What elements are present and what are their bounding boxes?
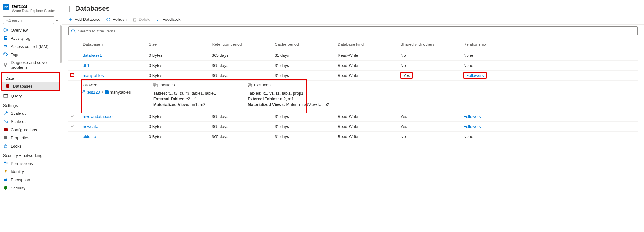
- svg-point-20: [5, 170, 7, 172]
- svg-line-3: [8, 21, 9, 22]
- sidebar-item-locks[interactable]: Locks: [0, 142, 62, 150]
- cluster-logo-icon: DB: [3, 4, 9, 10]
- row-expand-toggle[interactable]: [70, 73, 74, 77]
- col-size[interactable]: Size: [147, 41, 210, 48]
- log-icon: [3, 36, 8, 41]
- cell-cache: 31 days: [273, 133, 336, 140]
- includes-heading: Includes: [153, 83, 244, 90]
- database-name-link[interactable]: myowndatabase: [83, 114, 113, 119]
- col-kind[interactable]: Database kind: [336, 41, 399, 48]
- database-name-link[interactable]: manytables: [83, 73, 104, 78]
- cell-cache: 31 days: [273, 62, 336, 69]
- sidebar-item-configurations[interactable]: Configurations: [0, 125, 62, 134]
- sidebar-search-input[interactable]: [9, 18, 52, 23]
- database-name-link[interactable]: database1: [83, 53, 102, 58]
- sidebar-item-security[interactable]: Security: [0, 184, 62, 192]
- row-checkbox[interactable]: [76, 114, 80, 118]
- cell-kind: Read-Write: [336, 62, 399, 69]
- cell-shared: No: [400, 134, 406, 139]
- cell-shared: Yes: [400, 72, 413, 79]
- sidebar-item-label: Security: [11, 186, 25, 190]
- sidebar-item-label: Scale out: [11, 119, 28, 124]
- cell-kind: Read-Write: [336, 52, 399, 59]
- db-icon: [5, 84, 10, 89]
- filter-search-input[interactable]: [78, 29, 635, 33]
- sidebar-item-label: Identity: [11, 169, 24, 174]
- table-row: myowndatabase 0 Bytes 365 days 31 days R…: [68, 112, 638, 122]
- excludes-heading: Excludes: [248, 83, 342, 90]
- row-checkbox[interactable]: [76, 124, 80, 128]
- table-row: manytables 0 Bytes 365 days 31 days Read…: [68, 71, 638, 81]
- page-more-icon[interactable]: ⋯: [113, 6, 118, 12]
- relationship-link[interactable]: Followers: [463, 114, 481, 119]
- sidebar-item-label: Permissions: [11, 161, 33, 166]
- feedback-label: Feedback: [163, 17, 181, 22]
- row-expand-toggle[interactable]: [70, 124, 74, 129]
- id-icon: [3, 169, 8, 174]
- follower-cluster-link[interactable]: test123: [81, 90, 100, 95]
- row-checkbox[interactable]: [76, 73, 80, 77]
- sidebar-item-label: Databases: [13, 84, 32, 89]
- col-retention[interactable]: Retention period: [210, 41, 273, 48]
- sidebar-item-databases[interactable]: Databases: [2, 82, 59, 90]
- feedback-button[interactable]: Feedback: [156, 17, 181, 22]
- follower-db[interactable]: manytables: [105, 90, 131, 95]
- cell-cache: 31 days: [273, 113, 336, 120]
- col-shared[interactable]: Shared with others: [399, 41, 462, 48]
- cell-relationship: None: [463, 53, 473, 58]
- database-name-link[interactable]: olddata: [83, 134, 96, 139]
- sidebar-item-overview[interactable]: Overview: [0, 26, 62, 34]
- database-name-link[interactable]: db1: [83, 63, 90, 68]
- row-checkbox[interactable]: [76, 134, 80, 138]
- filter-search[interactable]: [68, 26, 638, 35]
- svg-point-18: [4, 162, 6, 163]
- sidebar-item-identity[interactable]: Identity: [0, 167, 62, 176]
- stetho-icon: [3, 62, 8, 67]
- databases-table: Database↑ Size Retention period Cache pe…: [68, 38, 638, 142]
- sidebar-item-tags[interactable]: Tags: [0, 50, 62, 59]
- includes-tables: Tables: t1, t2, t3, *3, table1, lable1: [153, 91, 244, 96]
- sidebar-item-diagnose-and-solve-problems[interactable]: Diagnose and solve problems: [0, 59, 62, 71]
- cell-retention: 365 days: [210, 72, 273, 79]
- relationship-link[interactable]: Followers: [463, 124, 481, 129]
- sidebar-scrollbar[interactable]: [60, 25, 62, 63]
- sidebar-item-scale-out[interactable]: Scale out: [0, 117, 62, 125]
- row-expand-toggle[interactable]: [70, 114, 74, 119]
- sidebar-item-query[interactable]: Query: [0, 92, 62, 100]
- cell-shared: Yes: [400, 114, 407, 119]
- sidebar-item-label: Scale up: [11, 111, 27, 116]
- toolbar: Add Database Refresh Delete Feedback: [62, 14, 644, 25]
- refresh-button[interactable]: Refresh: [106, 17, 127, 22]
- sidebar-item-properties[interactable]: Properties: [0, 134, 62, 142]
- sidebar-item-encryption[interactable]: Encryption: [0, 176, 62, 184]
- database-name-link[interactable]: newdata: [83, 124, 98, 129]
- svg-point-10: [4, 53, 5, 54]
- sidebar-item-scale-up[interactable]: Scale up: [0, 109, 62, 117]
- sidebar-item-permissions[interactable]: Permissions: [0, 159, 62, 167]
- cell-kind: Read-Write: [336, 123, 399, 130]
- cell-kind: Read-Write: [336, 133, 399, 140]
- delete-button: Delete: [132, 17, 151, 22]
- svg-line-23: [74, 32, 75, 33]
- relationship-link[interactable]: Followers: [466, 73, 484, 78]
- add-database-button[interactable]: Add Database: [68, 17, 100, 22]
- cell-size: 0 Bytes: [147, 62, 210, 69]
- row-checkbox[interactable]: [76, 63, 80, 67]
- select-all-checkbox[interactable]: [76, 42, 80, 46]
- filter-search-icon: [71, 29, 76, 33]
- col-relationship[interactable]: Relationship: [462, 41, 524, 48]
- sidebar: DB test123 Azure Data Explorer Cluster «…: [0, 0, 62, 232]
- sidebar-collapse-icon[interactable]: «: [56, 18, 59, 23]
- row-checkbox[interactable]: [76, 53, 80, 57]
- db-icon: [105, 90, 109, 94]
- col-cache[interactable]: Cache period: [273, 41, 336, 48]
- sidebar-item-access-control-iam-[interactable]: Access control (IAM): [0, 42, 62, 50]
- svg-rect-14: [4, 128, 8, 131]
- perm-icon: [3, 161, 8, 166]
- col-database[interactable]: Database↑: [81, 41, 147, 48]
- sidebar-item-activity-log[interactable]: Activity log: [0, 34, 62, 42]
- sidebar-search[interactable]: [3, 16, 54, 24]
- enc-icon: [3, 177, 8, 182]
- cell-relationship: None: [463, 134, 473, 139]
- trash-icon: [132, 17, 137, 22]
